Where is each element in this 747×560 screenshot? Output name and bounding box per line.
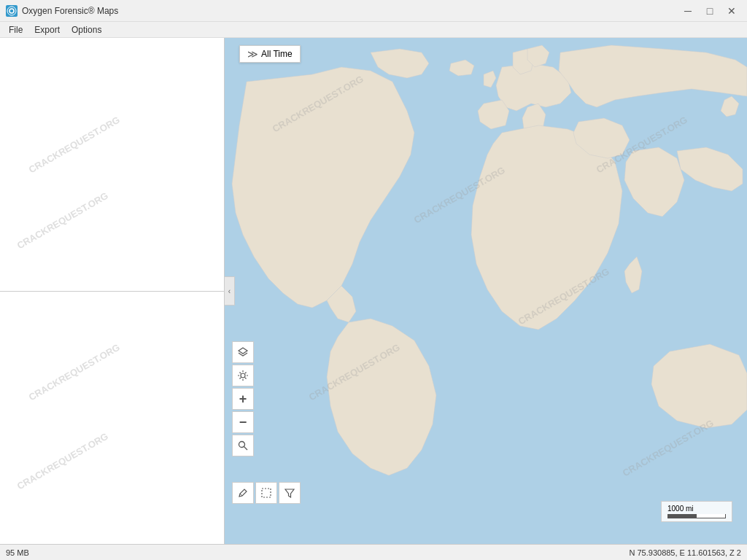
scale-line [667, 514, 726, 518]
svg-line-7 [240, 494, 242, 496]
watermark-1: CRACKREQUEST.ORG [26, 114, 121, 175]
svg-marker-9 [285, 489, 294, 497]
layers-button[interactable] [232, 341, 254, 363]
scale-bar: 1000 mi [661, 501, 732, 522]
close-button[interactable]: ✕ [722, 3, 741, 19]
filter-chevron-icon: ≫ [247, 48, 258, 60]
left-bottom-panel: CRACKREQUEST.ORG CRACKREQUEST.ORG [0, 292, 224, 545]
title-bar-left: Oxygen Forensic® Maps [6, 5, 118, 17]
scale-label: 1000 mi [667, 505, 694, 513]
window-title: Oxygen Forensic® Maps [22, 6, 118, 16]
menu-bar: File Export Options [0, 22, 747, 38]
left-panel: CRACKREQUEST.ORG CRACKREQUEST.ORG CRACKR… [0, 38, 225, 544]
maximize-button[interactable]: □ [700, 3, 719, 19]
window-controls: ─ □ ✕ [678, 3, 741, 19]
select-icon [261, 488, 271, 498]
zoom-in-button[interactable]: + [232, 388, 254, 410]
memory-usage: 95 MB [6, 548, 29, 557]
menu-options[interactable]: Options [66, 23, 107, 36]
svg-marker-3 [239, 348, 247, 354]
menu-export[interactable]: Export [28, 23, 66, 36]
title-bar: Oxygen Forensic® Maps ─ □ ✕ [0, 0, 747, 22]
watermark-2: CRACKREQUEST.ORG [15, 190, 110, 251]
collapse-icon: ‹ [228, 287, 231, 295]
watermark-3: CRACKREQUEST.ORG [26, 342, 121, 403]
svg-point-5 [239, 442, 245, 448]
select-area-button[interactable] [255, 482, 277, 504]
map-toolbar: + − [232, 341, 254, 456]
zoom-out-button[interactable]: − [232, 411, 254, 433]
time-filter-button[interactable]: ≫ All Time [239, 45, 301, 63]
layers-icon [237, 346, 249, 358]
menu-file[interactable]: File [3, 23, 28, 36]
svg-rect-8 [262, 489, 271, 497]
collapse-panel-button[interactable]: ‹ [225, 276, 235, 306]
watermark-4: CRACKREQUEST.ORG [15, 430, 110, 491]
filter-icon [285, 488, 295, 498]
app-icon [6, 5, 18, 17]
settings-button[interactable] [232, 365, 254, 386]
map-area[interactable]: CRACKREQUEST.ORG CRACKREQUEST.ORG CRACKR… [225, 38, 747, 544]
search-map-button[interactable] [232, 435, 254, 456]
pencil-icon [238, 488, 248, 498]
settings-icon [237, 370, 249, 381]
left-top-panel: CRACKREQUEST.ORG CRACKREQUEST.ORG [0, 38, 224, 292]
svg-point-4 [241, 373, 245, 378]
svg-point-0 [7, 7, 16, 15]
map-bottom-toolbar [232, 482, 301, 504]
search-icon [238, 440, 248, 451]
minimize-button[interactable]: ─ [678, 3, 697, 19]
world-map [225, 38, 747, 544]
draw-button[interactable] [232, 482, 254, 504]
svg-line-6 [244, 447, 248, 451]
main-layout: CRACKREQUEST.ORG CRACKREQUEST.ORG CRACKR… [0, 38, 747, 544]
coordinates: N 75.930885, E 11.601563, Z 2 [629, 548, 741, 557]
status-bar: 95 MB N 75.930885, E 11.601563, Z 2 [0, 544, 747, 560]
filter-button[interactable] [279, 482, 301, 504]
time-filter-label: All Time [261, 49, 293, 59]
